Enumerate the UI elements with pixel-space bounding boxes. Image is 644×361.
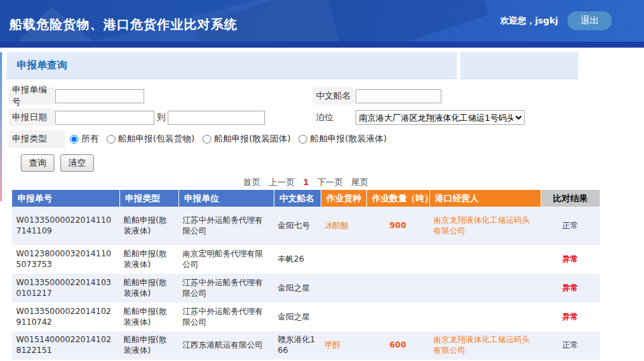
cell-declare-type: 船舶申报(散装液体) xyxy=(119,207,178,245)
pager-current-page: 1 xyxy=(303,177,309,187)
cell-cargo-qty xyxy=(366,303,429,331)
radio-input[interactable] xyxy=(203,135,211,144)
search-form: 申报单编号 中文船名 申报日期 到 泊位 南京港大厂港区龙翔液体化工储运1号码头… xyxy=(0,79,644,172)
search-button[interactable]: 查询 xyxy=(21,154,54,172)
ship-name-label: 中文船名 xyxy=(313,87,354,105)
ship-name-input[interactable] xyxy=(356,89,441,103)
declare-type-radio-option[interactable]: 船舶申报(散装固体) xyxy=(203,133,290,145)
col-port-operator: 港口经营人 xyxy=(429,190,541,207)
declare-type-options: 所有船舶申报(包装货物)船舶申报(散装固体)船舶申报(散装液体) xyxy=(70,133,394,145)
radio-label: 所有 xyxy=(81,133,99,145)
berth-label: 泊位 xyxy=(313,109,354,126)
pager-last[interactable]: 尾页 xyxy=(352,177,369,187)
pagination-top: 首页上一页1下一页尾页 xyxy=(12,176,600,189)
cell-cargo-type xyxy=(321,274,366,303)
cell-cargo-type xyxy=(321,303,366,331)
declare-date-to-input[interactable] xyxy=(168,111,265,125)
cell-compare-result: 异常 xyxy=(541,245,600,274)
declare-type-radio-option[interactable]: 船舶申报(散装液体) xyxy=(299,133,386,145)
cell-cargo-type: 甲醇 xyxy=(321,331,366,360)
cell-declaration-no: W013350000220141030101217 xyxy=(12,274,119,303)
col-cargo-type: 作业货种 xyxy=(321,190,366,207)
cell-ship-name: 丰帆26 xyxy=(274,245,321,274)
clear-button[interactable]: 清空 xyxy=(60,154,94,172)
page-edge-line xyxy=(0,52,2,201)
table-row[interactable]: W013350000220141107141109 船舶申报(散装液体) 江苏中… xyxy=(12,207,600,245)
cell-cargo-type: 冰醋酸 xyxy=(321,207,366,245)
spacer xyxy=(0,48,644,52)
radio-label: 船舶申报(散装液体) xyxy=(310,133,386,145)
radio-input[interactable] xyxy=(299,135,307,144)
table-body: W013350000220141107141109 船舶申报(散装液体) 江苏中… xyxy=(12,207,600,360)
cell-declare-type: 船舶申报(散装液体) xyxy=(119,245,178,274)
declare-type-radio-option[interactable]: 船舶申报(包装货物) xyxy=(107,133,195,145)
cell-declaration-no: W013350000220141029110742 xyxy=(12,303,119,331)
col-declare-unit: 申报单位 xyxy=(178,190,274,207)
tab-bar: 申报单查询 xyxy=(0,52,644,79)
cell-port-operator xyxy=(429,274,541,303)
cell-compare-result: 正常 xyxy=(541,207,600,245)
col-cargo-qty: 作业数量（吨） xyxy=(366,190,429,207)
cell-declare-unit: 江苏中外运船务代理有限公司 xyxy=(178,207,274,245)
col-compare-result: 比对结果 xyxy=(541,190,600,207)
col-declare-type: 申报类型 xyxy=(119,190,178,207)
cell-cargo-qty xyxy=(366,274,429,303)
declare-type-label: 申报类型 xyxy=(9,130,65,148)
declare-date-label: 申报日期 xyxy=(9,109,54,126)
cell-port-operator xyxy=(429,245,541,274)
welcome-text: 欢迎您，jsgkj xyxy=(500,15,558,27)
cell-declare-type: 船舶申报(散装液体) xyxy=(119,274,178,303)
col-declaration-no: 申报单号 xyxy=(12,190,119,207)
table-row[interactable]: W012380000320141105073753 船舶申报(散装液体) 南京宏… xyxy=(12,245,600,274)
cell-declaration-no: W015140000220141028122151 xyxy=(12,331,119,360)
subnav-bar xyxy=(0,42,644,48)
pager-first[interactable]: 首页 xyxy=(243,177,260,187)
table-row[interactable]: W013350000220141030101217 船舶申报(散装液体) 江苏中… xyxy=(12,274,600,303)
table-row[interactable]: W015140000220141028122151 船舶申报(散装液体) 江西东… xyxy=(12,331,600,360)
cell-declare-type: 船舶申报(散装液体) xyxy=(119,303,178,331)
declaration-no-input[interactable] xyxy=(55,89,144,103)
cell-ship-name: 金阳七号 xyxy=(274,207,321,245)
radio-input[interactable] xyxy=(70,135,78,144)
cell-declaration-no: W013350000220141107141109 xyxy=(12,207,119,245)
cell-declare-unit: 江西东港航运有限公司 xyxy=(178,331,274,360)
cell-cargo-qty: 900 xyxy=(366,207,429,245)
cell-port-operator: 南京龙翔液体化工储运码头有限公司 xyxy=(429,331,541,360)
cell-cargo-qty xyxy=(366,245,429,274)
radio-label: 船舶申报(包装货物) xyxy=(118,133,195,145)
cell-declare-unit: 江苏中外运船务代理有限公司 xyxy=(178,274,274,303)
date-to-label: 到 xyxy=(157,111,166,123)
cell-compare-result: 异常 xyxy=(541,274,600,303)
table-row[interactable]: W013350000220141029110742 船舶申报(散装液体) 江苏中… xyxy=(12,303,600,331)
cell-port-operator xyxy=(429,303,541,331)
cell-cargo-qty: 600 xyxy=(366,331,429,360)
cell-cargo-type xyxy=(321,245,366,274)
pager-next[interactable]: 下一页 xyxy=(317,177,343,187)
cell-declare-unit: 南京宏明船务代理有限公司 xyxy=(178,245,274,274)
cell-declare-unit: 江苏中外运船务代理有限公司 xyxy=(178,303,274,331)
app-banner: 船载危险货物、港口危货作业比对系统 欢迎您，jsgkj 退出 xyxy=(0,0,644,42)
cell-declaration-no: W012380000320141105073753 xyxy=(12,245,119,274)
cell-port-operator: 南京龙翔液体化工储运码头有限公司 xyxy=(429,207,541,245)
app-title: 船载危险货物、港口危货作业比对系统 xyxy=(9,16,237,34)
tab-empty-segment xyxy=(460,52,578,79)
cell-compare-result: 正常 xyxy=(541,331,600,360)
radio-label: 船舶申报(散装固体) xyxy=(214,133,290,145)
results-table: 申报单号 申报类型 申报单位 中文船名 作业货种 作业数量（吨） 港口经营人 比… xyxy=(12,190,600,360)
cell-ship-name: 赣东港化166 xyxy=(274,331,321,360)
cell-compare-result: 异常 xyxy=(541,303,600,331)
logout-button[interactable]: 退出 xyxy=(568,11,612,30)
cell-declare-type: 船舶申报(散装液体) xyxy=(119,331,178,360)
tab-declaration-query[interactable]: 申报单查询 xyxy=(7,52,457,79)
page-title: 申报单查询 xyxy=(17,59,67,72)
cell-ship-name: 金阳之星 xyxy=(274,303,321,331)
berth-select[interactable]: 南京港大厂港区龙翔液体化工储运1号码头 xyxy=(356,110,525,125)
col-ship-name: 中文船名 xyxy=(274,190,321,207)
table-header-row: 申报单号 申报类型 申报单位 中文船名 作业货种 作业数量（吨） 港口经营人 比… xyxy=(12,190,600,207)
radio-input[interactable] xyxy=(107,135,115,144)
declaration-no-label: 申报单编号 xyxy=(9,87,54,105)
pager-prev[interactable]: 上一页 xyxy=(268,177,294,187)
declare-date-from-input[interactable] xyxy=(55,111,154,125)
cell-ship-name: 金阳之星 xyxy=(274,274,321,303)
declare-type-radio-option[interactable]: 所有 xyxy=(70,133,99,145)
